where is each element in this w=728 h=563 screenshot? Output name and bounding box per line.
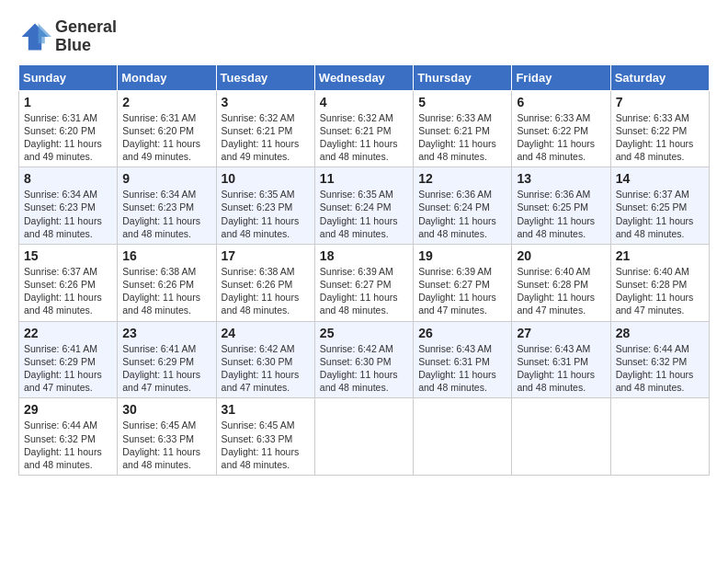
day-number: 13 <box>517 171 605 186</box>
day-info: Sunrise: 6:32 AM Sunset: 6:21 PM Dayligh… <box>320 111 408 164</box>
logo-text: General Blue <box>55 18 117 55</box>
day-info: Sunrise: 6:39 AM Sunset: 6:27 PM Dayligh… <box>320 265 408 317</box>
day-cell: 30 Sunrise: 6:45 AM Sunset: 6:33 PM Dayl… <box>118 398 216 476</box>
week-row-4: 22 Sunrise: 6:41 AM Sunset: 6:29 PM Dayl… <box>19 321 710 398</box>
day-info: Sunrise: 6:37 AM Sunset: 6:26 PM Dayligh… <box>24 265 112 317</box>
header-monday: Monday <box>118 64 216 90</box>
day-info: Sunrise: 6:40 AM Sunset: 6:28 PM Dayligh… <box>616 265 704 317</box>
day-number: 22 <box>24 326 112 340</box>
day-info: Sunrise: 6:44 AM Sunset: 6:32 PM Dayligh… <box>616 342 704 395</box>
day-number: 30 <box>122 402 210 417</box>
day-number: 14 <box>616 171 704 186</box>
day-cell: 15 Sunrise: 6:37 AM Sunset: 6:26 PM Dayl… <box>19 244 118 321</box>
day-number: 2 <box>122 95 210 109</box>
day-info: Sunrise: 6:45 AM Sunset: 6:33 PM Dayligh… <box>122 419 210 471</box>
day-cell: 6 Sunrise: 6:33 AM Sunset: 6:22 PM Dayli… <box>512 90 610 167</box>
day-number: 31 <box>222 402 310 417</box>
day-cell: 21 Sunrise: 6:40 AM Sunset: 6:28 PM Dayl… <box>610 244 709 321</box>
svg-marker-1 <box>39 23 51 43</box>
day-cell <box>610 398 709 476</box>
day-cell: 14 Sunrise: 6:37 AM Sunset: 6:25 PM Dayl… <box>610 167 709 245</box>
day-info: Sunrise: 6:32 AM Sunset: 6:21 PM Dayligh… <box>222 111 310 164</box>
day-number: 15 <box>24 248 112 263</box>
day-number: 27 <box>517 326 605 340</box>
day-info: Sunrise: 6:35 AM Sunset: 6:23 PM Dayligh… <box>222 188 310 240</box>
day-number: 10 <box>222 171 310 186</box>
day-cell: 1 Sunrise: 6:31 AM Sunset: 6:20 PM Dayli… <box>19 90 118 167</box>
day-info: Sunrise: 6:36 AM Sunset: 6:24 PM Dayligh… <box>418 188 506 240</box>
week-row-3: 15 Sunrise: 6:37 AM Sunset: 6:26 PM Dayl… <box>19 244 710 321</box>
page-header: General Blue <box>18 18 710 55</box>
day-number: 29 <box>24 402 112 417</box>
day-info: Sunrise: 6:35 AM Sunset: 6:24 PM Dayligh… <box>320 188 408 240</box>
day-info: Sunrise: 6:31 AM Sunset: 6:20 PM Dayligh… <box>24 111 112 164</box>
day-cell: 12 Sunrise: 6:36 AM Sunset: 6:24 PM Dayl… <box>414 167 512 245</box>
day-number: 1 <box>24 95 112 109</box>
day-cell: 10 Sunrise: 6:35 AM Sunset: 6:23 PM Dayl… <box>216 167 314 245</box>
day-number: 6 <box>517 95 605 109</box>
day-info: Sunrise: 6:37 AM Sunset: 6:25 PM Dayligh… <box>616 188 704 240</box>
day-info: Sunrise: 6:34 AM Sunset: 6:23 PM Dayligh… <box>24 188 112 240</box>
day-info: Sunrise: 6:36 AM Sunset: 6:25 PM Dayligh… <box>517 188 605 240</box>
day-cell: 17 Sunrise: 6:38 AM Sunset: 6:26 PM Dayl… <box>216 244 314 321</box>
day-info: Sunrise: 6:38 AM Sunset: 6:26 PM Dayligh… <box>122 265 210 317</box>
day-cell: 7 Sunrise: 6:33 AM Sunset: 6:22 PM Dayli… <box>610 90 709 167</box>
day-number: 12 <box>418 171 506 186</box>
day-cell: 4 Sunrise: 6:32 AM Sunset: 6:21 PM Dayli… <box>314 90 413 167</box>
header-thursday: Thursday <box>414 64 512 90</box>
day-cell: 20 Sunrise: 6:40 AM Sunset: 6:28 PM Dayl… <box>512 244 610 321</box>
day-info: Sunrise: 6:42 AM Sunset: 6:30 PM Dayligh… <box>320 342 408 395</box>
calendar-table: SundayMondayTuesdayWednesdayThursdayFrid… <box>18 64 710 476</box>
header-sunday: Sunday <box>19 64 118 90</box>
day-cell: 2 Sunrise: 6:31 AM Sunset: 6:20 PM Dayli… <box>118 90 216 167</box>
day-cell: 19 Sunrise: 6:39 AM Sunset: 6:27 PM Dayl… <box>414 244 512 321</box>
day-number: 20 <box>517 248 605 263</box>
day-cell: 13 Sunrise: 6:36 AM Sunset: 6:25 PM Dayl… <box>512 167 610 245</box>
day-cell: 25 Sunrise: 6:42 AM Sunset: 6:30 PM Dayl… <box>314 321 413 398</box>
day-cell: 23 Sunrise: 6:41 AM Sunset: 6:29 PM Dayl… <box>118 321 216 398</box>
day-cell: 9 Sunrise: 6:34 AM Sunset: 6:23 PM Dayli… <box>118 167 216 245</box>
day-number: 5 <box>418 95 506 109</box>
week-row-2: 8 Sunrise: 6:34 AM Sunset: 6:23 PM Dayli… <box>19 167 710 245</box>
day-number: 23 <box>122 326 210 340</box>
day-number: 4 <box>320 95 408 109</box>
day-number: 19 <box>418 248 506 263</box>
day-number: 7 <box>616 95 704 109</box>
logo: General Blue <box>18 18 117 55</box>
day-cell: 31 Sunrise: 6:45 AM Sunset: 6:33 PM Dayl… <box>216 398 314 476</box>
day-info: Sunrise: 6:33 AM Sunset: 6:22 PM Dayligh… <box>517 111 605 164</box>
header-wednesday: Wednesday <box>314 64 413 90</box>
day-info: Sunrise: 6:33 AM Sunset: 6:21 PM Dayligh… <box>418 111 506 164</box>
day-info: Sunrise: 6:44 AM Sunset: 6:32 PM Dayligh… <box>24 419 112 471</box>
day-info: Sunrise: 6:34 AM Sunset: 6:23 PM Dayligh… <box>122 188 210 240</box>
day-info: Sunrise: 6:45 AM Sunset: 6:33 PM Dayligh… <box>222 419 310 471</box>
day-number: 3 <box>222 95 310 109</box>
day-info: Sunrise: 6:33 AM Sunset: 6:22 PM Dayligh… <box>616 111 704 164</box>
day-info: Sunrise: 6:38 AM Sunset: 6:26 PM Dayligh… <box>222 265 310 317</box>
day-number: 18 <box>320 248 408 263</box>
calendar-header-row: SundayMondayTuesdayWednesdayThursdayFrid… <box>19 64 710 90</box>
day-cell: 16 Sunrise: 6:38 AM Sunset: 6:26 PM Dayl… <box>118 244 216 321</box>
header-saturday: Saturday <box>610 64 709 90</box>
day-info: Sunrise: 6:42 AM Sunset: 6:30 PM Dayligh… <box>222 342 310 395</box>
day-number: 9 <box>122 171 210 186</box>
day-cell: 3 Sunrise: 6:32 AM Sunset: 6:21 PM Dayli… <box>216 90 314 167</box>
header-friday: Friday <box>512 64 610 90</box>
day-number: 28 <box>616 326 704 340</box>
day-cell: 29 Sunrise: 6:44 AM Sunset: 6:32 PM Dayl… <box>19 398 118 476</box>
day-cell: 24 Sunrise: 6:42 AM Sunset: 6:30 PM Dayl… <box>216 321 314 398</box>
day-cell: 18 Sunrise: 6:39 AM Sunset: 6:27 PM Dayl… <box>314 244 413 321</box>
day-cell: 11 Sunrise: 6:35 AM Sunset: 6:24 PM Dayl… <box>314 167 413 245</box>
day-cell: 22 Sunrise: 6:41 AM Sunset: 6:29 PM Dayl… <box>19 321 118 398</box>
day-number: 8 <box>24 171 112 186</box>
day-number: 16 <box>122 248 210 263</box>
day-cell <box>414 398 512 476</box>
week-row-5: 29 Sunrise: 6:44 AM Sunset: 6:32 PM Dayl… <box>19 398 710 476</box>
day-cell: 28 Sunrise: 6:44 AM Sunset: 6:32 PM Dayl… <box>610 321 709 398</box>
header-tuesday: Tuesday <box>216 64 314 90</box>
day-cell: 5 Sunrise: 6:33 AM Sunset: 6:21 PM Dayli… <box>414 90 512 167</box>
logo-icon <box>18 20 51 53</box>
day-cell <box>314 398 413 476</box>
day-number: 21 <box>616 248 704 263</box>
day-info: Sunrise: 6:43 AM Sunset: 6:31 PM Dayligh… <box>418 342 506 395</box>
